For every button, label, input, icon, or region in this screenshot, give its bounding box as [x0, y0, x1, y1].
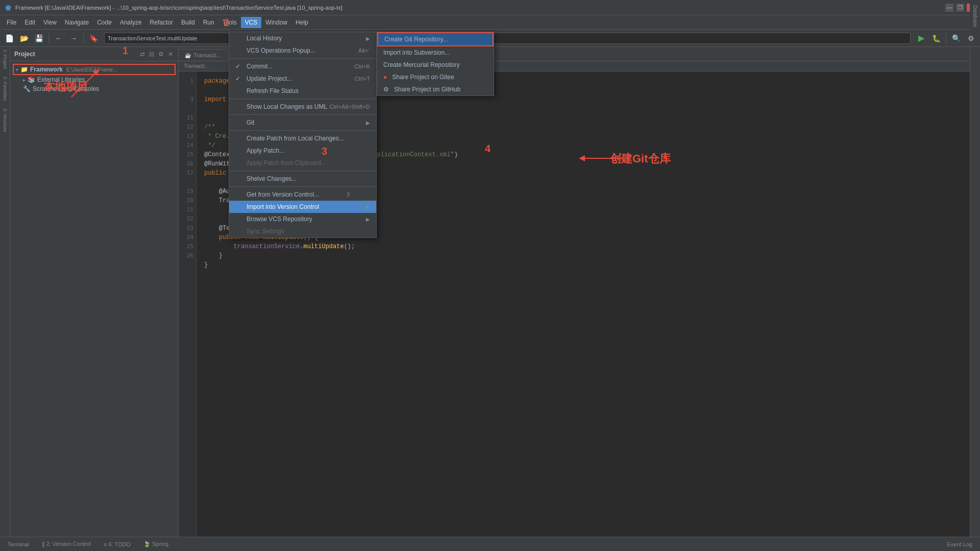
import-vc-label: Import into Version Control	[235, 203, 319, 210]
create-git-text: Create Git Repository...	[384, 36, 448, 43]
tree-item-scratches[interactable]: 🔧 Scratches and Consoles	[13, 84, 176, 93]
menu-refresh-file-status[interactable]: Refresh File Status	[229, 85, 376, 97]
commit-shortcut: Ctrl+K	[354, 63, 370, 69]
get-vcs-label: Get from Version Control...	[235, 191, 319, 198]
menu-vcs-operations-popup[interactable]: VCS Operations Popup... Alt+`	[229, 44, 376, 57]
tab-transaction-test[interactable]: ☕ Transacti...	[179, 49, 228, 61]
bottom-bar: Terminal ‖ 2: Version Control ≡ 6: TODO …	[0, 537, 980, 551]
tree-expand-arrow[interactable]: ▾	[16, 67, 18, 73]
sidebar-structure-icon[interactable]: Z: Structure	[3, 108, 8, 132]
commit-text: Commit...	[247, 63, 273, 70]
toolbar-separator-2	[83, 33, 84, 43]
menu-navigate[interactable]: Navigate	[61, 17, 93, 28]
create-mercurial-text: Create Mercurial Repository	[383, 61, 459, 68]
tree-item-external-libs[interactable]: ▸ 📚 External Libraries	[13, 75, 176, 84]
menu-help[interactable]: Help	[291, 17, 312, 28]
share-gitee-text: Share Project on Gitee	[392, 74, 454, 81]
line-numbers: 1 3 11 12 13 14 15 16 17 19 20 21 22 23 …	[179, 71, 197, 537]
sync-project-button[interactable]: ⇄	[139, 50, 146, 59]
ln-13: 13	[181, 132, 193, 141]
debug-button[interactable]: 🐛	[929, 32, 943, 45]
back-button[interactable]: ←	[52, 32, 65, 45]
maximize-button[interactable]: ❐	[956, 4, 964, 12]
save-button[interactable]: 💾	[32, 32, 45, 45]
forward-button[interactable]: →	[67, 32, 80, 45]
menu-commit[interactable]: ✓ Commit... Ctrl+K	[229, 60, 376, 73]
gear-button[interactable]: ⚙	[157, 50, 165, 59]
tab-label: Transacti...	[193, 52, 221, 58]
new-file-button[interactable]: 📄	[3, 32, 16, 45]
menu-git[interactable]: Git ▶	[229, 116, 376, 129]
sidebar-project-icon[interactable]: 1: Project	[3, 50, 8, 69]
ln-blank1	[181, 86, 193, 95]
toolbar-separator-3	[946, 33, 946, 43]
project-tree: ▾ 📁 Framework E:\Java\IDEA\Frame... ▸ 📚 …	[10, 61, 178, 537]
dropdown-sep-2	[229, 99, 376, 99]
submenu-create-mercurial[interactable]: Create Mercurial Repository	[377, 59, 494, 71]
ln-20: 20	[181, 196, 193, 205]
menu-import-version-control[interactable]: Import into Version Control ▶	[229, 201, 376, 213]
menu-file[interactable]: File	[3, 17, 20, 28]
menu-refactor[interactable]: Refactor	[146, 17, 177, 28]
terminal-tab[interactable]: Terminal	[5, 540, 32, 548]
menu-code[interactable]: Code	[93, 17, 116, 28]
browse-vcs-text: Browse VCS Repository	[247, 215, 312, 223]
tree-item-framework[interactable]: ▾ 📁 Framework E:\Java\IDEA\Frame...	[13, 64, 176, 75]
create-mercurial-label: Create Mercurial Repository	[383, 61, 459, 68]
collapse-button[interactable]: ⊟	[148, 50, 155, 59]
menu-browse-vcs[interactable]: Browse VCS Repository ▶	[229, 213, 376, 225]
menu-window[interactable]: Window	[261, 17, 291, 28]
share-gitee-label: ● Share Project on Gitee	[383, 74, 454, 81]
menu-show-local-changes[interactable]: Show Local Changes as UML Ctrl+Alt+Shift…	[229, 101, 376, 113]
menu-update-project[interactable]: ✓ Update Project... Ctrl+T	[229, 73, 376, 85]
sidebar-database-label[interactable]: Database	[971, 3, 979, 30]
submenu-import-subversion[interactable]: Import into Subversion...	[377, 46, 494, 59]
breadcrumb-bar[interactable]: TransactionServiceTest.multiUpdate	[104, 33, 911, 44]
version-control-tab[interactable]: ‖ 2: Version Control	[39, 540, 94, 548]
menu-run[interactable]: Run	[199, 17, 218, 28]
menu-apply-patch[interactable]: Apply Patch...	[229, 145, 376, 157]
search-button[interactable]: 🔍	[949, 32, 963, 45]
bookmark-button[interactable]: 🔖	[87, 32, 100, 45]
submenu-create-git-repo[interactable]: Create Git Repository...	[377, 32, 494, 46]
hide-panel-button[interactable]: ✕	[167, 50, 174, 59]
menu-local-history[interactable]: Local History ▶	[229, 32, 376, 44]
dropdown-sep-1	[229, 58, 376, 59]
ln-21: 21	[181, 205, 193, 214]
shelve-label: Shelve Changes...	[235, 175, 297, 182]
settings-button[interactable]: ⚙	[964, 32, 977, 45]
get-vcs-num: 3	[347, 191, 350, 198]
title-bar-title: Framework [E:\Java\IDEA\Framework] - ...…	[15, 5, 342, 11]
menu-view[interactable]: View	[39, 17, 61, 28]
menu-analyze[interactable]: Analyze	[116, 17, 146, 28]
ln-16: 16	[181, 159, 193, 169]
menu-edit[interactable]: Edit	[20, 17, 39, 28]
menu-tools[interactable]: Tools	[218, 17, 241, 28]
menu-shelve-changes[interactable]: Shelve Changes...	[229, 173, 376, 185]
event-log-label[interactable]: Event Log	[944, 540, 975, 548]
submenu-share-github[interactable]: ⚙ Share Project on GitHub	[377, 83, 494, 95]
share-github-label: ⚙ Share Project on GitHub	[383, 86, 460, 93]
create-git-label: Create Git Repository...	[384, 36, 448, 43]
import-vc-text: Import into Version Control	[247, 203, 319, 210]
run-button[interactable]: ▶	[915, 32, 928, 45]
open-button[interactable]: 📂	[17, 32, 31, 45]
commit-label: ✓ Commit...	[235, 63, 273, 70]
sidebar-right-labels: Database	[970, 0, 980, 30]
minimize-button[interactable]: —	[945, 4, 953, 12]
todo-tab[interactable]: ≡ 6: TODO	[101, 540, 133, 548]
sidebar-favorites-icon[interactable]: 2: Favorites	[3, 77, 8, 101]
menu-vcs[interactable]: VCS	[241, 17, 262, 28]
vcs-dropdown: Local History ▶ VCS Operations Popup... …	[229, 32, 377, 238]
title-bar-left: ⬟ Framework [E:\Java\IDEA\Framework] - .…	[5, 4, 342, 12]
menu-build[interactable]: Build	[177, 17, 199, 28]
create-patch-text: Create Patch from Local Changes...	[247, 135, 344, 142]
apply-clipboard-text: Apply Patch from Clipboard...	[247, 159, 326, 166]
spring-tab[interactable]: 🍃 Spring	[141, 540, 171, 548]
menu-get-from-vcs[interactable]: Get from Version Control... 3	[229, 188, 376, 201]
tree-libs-arrow[interactable]: ▸	[23, 77, 26, 83]
submenu-share-gitee[interactable]: ● Share Project on Gitee	[377, 71, 494, 83]
menu-create-patch[interactable]: Create Patch from Local Changes...	[229, 132, 376, 145]
git-text: Git	[247, 119, 254, 126]
menu-sync-settings: Sync Settings	[229, 225, 376, 237]
